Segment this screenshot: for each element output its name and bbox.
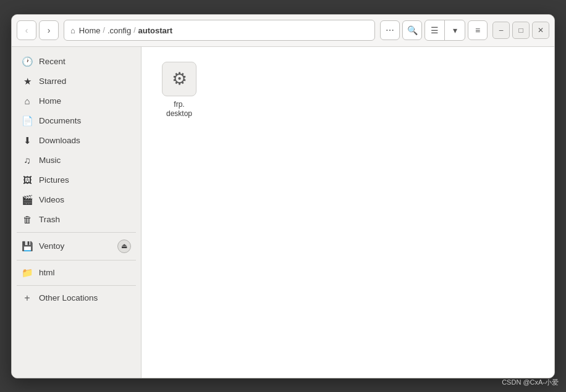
documents-icon: 📄 bbox=[22, 115, 33, 127]
close-icon: ✕ bbox=[538, 26, 544, 35]
starred-icon: ★ bbox=[22, 76, 33, 87]
close-button[interactable]: ✕ bbox=[532, 22, 549, 39]
pictures-icon: 🖼 bbox=[22, 175, 33, 186]
sidebar-item-ventoy[interactable]: 💾 Ventoy ⏏ bbox=[12, 235, 141, 257]
minimize-icon: – bbox=[499, 26, 504, 35]
sidebar-item-recent[interactable]: 🕐 Recent bbox=[12, 52, 141, 72]
sidebar-item-downloads[interactable]: ⬇ Downloads bbox=[12, 131, 141, 151]
sidebar-item-music[interactable]: ♫ Music bbox=[12, 151, 141, 170]
sidebar-divider-1 bbox=[17, 232, 136, 233]
view-toggle-group: ☰ ▾ bbox=[425, 20, 465, 41]
forward-icon: › bbox=[48, 25, 51, 35]
sidebar-label-pictures: Pictures bbox=[39, 175, 131, 185]
file-icon-frp: ⚙ bbox=[162, 62, 196, 96]
sidebar-item-trash[interactable]: 🗑 Trash bbox=[12, 210, 141, 230]
grid-view-button[interactable]: ≡ bbox=[468, 20, 488, 40]
dropdown-arrow-icon: ▾ bbox=[453, 25, 457, 35]
breadcrumb-autostart[interactable]: autostart bbox=[138, 26, 173, 35]
watermark: CSDN @CxA-小爱 bbox=[502, 378, 559, 387]
view-dropdown-button[interactable]: ▾ bbox=[445, 20, 465, 40]
sidebar-item-other-locations[interactable]: + Other Locations bbox=[12, 288, 141, 308]
sidebar-item-home[interactable]: ⌂ Home bbox=[12, 91, 141, 111]
sidebar-label-other-locations: Other Locations bbox=[39, 293, 131, 302]
maximize-button[interactable]: □ bbox=[512, 22, 530, 39]
drive-icon: 💾 bbox=[22, 241, 33, 252]
file-name-frp: frp.desktop bbox=[166, 100, 192, 119]
music-icon: ♫ bbox=[22, 155, 33, 166]
back-button[interactable]: ‹ bbox=[17, 20, 36, 40]
main-content: ⚙ frp.desktop bbox=[142, 47, 554, 378]
trash-icon: 🗑 bbox=[22, 214, 33, 225]
eject-button[interactable]: ⏏ bbox=[117, 240, 131, 253]
recent-icon: 🕐 bbox=[22, 56, 33, 67]
sidebar: 🕐 Recent ★ Starred ⌂ Home 📄 Documents ⬇ … bbox=[12, 47, 142, 378]
sidebar-label-videos: Videos bbox=[39, 195, 131, 204]
sidebar-item-pictures[interactable]: 🖼 Pictures bbox=[12, 170, 141, 190]
file-manager-window: ‹ › ⌂ Home / .config / autostart ⋯ 🔍 ☰ bbox=[11, 14, 555, 378]
sidebar-label-trash: Trash bbox=[39, 215, 131, 224]
back-icon: ‹ bbox=[25, 25, 28, 35]
forward-button[interactable]: › bbox=[39, 20, 59, 40]
breadcrumb[interactable]: ⌂ Home / .config / autostart bbox=[64, 20, 375, 41]
file-item-frp-desktop[interactable]: ⚙ frp.desktop bbox=[151, 57, 207, 124]
sidebar-label-downloads: Downloads bbox=[39, 136, 131, 145]
sidebar-label-html: html bbox=[39, 268, 131, 277]
home-icon: ⌂ bbox=[70, 26, 75, 35]
breadcrumb-config[interactable]: .config bbox=[108, 26, 131, 35]
content-area: 🕐 Recent ★ Starred ⌂ Home 📄 Documents ⬇ … bbox=[12, 47, 554, 378]
minimize-button[interactable]: – bbox=[492, 22, 510, 39]
sidebar-item-starred[interactable]: ★ Starred bbox=[12, 72, 141, 91]
menu-icon: ⋯ bbox=[386, 25, 394, 35]
add-icon: + bbox=[22, 293, 33, 304]
sidebar-label-music: Music bbox=[39, 156, 131, 165]
home-sidebar-icon: ⌂ bbox=[22, 96, 33, 107]
gear-icon: ⚙ bbox=[172, 69, 187, 89]
sidebar-label-home: Home bbox=[39, 96, 131, 106]
window-controls: – □ ✕ bbox=[492, 22, 549, 39]
list-view-icon: ☰ bbox=[431, 25, 439, 35]
breadcrumb-sep2: / bbox=[133, 26, 135, 35]
search-icon: 🔍 bbox=[407, 25, 418, 35]
breadcrumb-sep1: / bbox=[103, 26, 105, 35]
sidebar-label-recent: Recent bbox=[39, 57, 131, 66]
sidebar-item-videos[interactable]: 🎬 Videos bbox=[12, 190, 141, 210]
sidebar-label-starred: Starred bbox=[39, 77, 131, 86]
grid-view-icon: ≡ bbox=[475, 25, 480, 35]
sidebar-item-documents[interactable]: 📄 Documents bbox=[12, 111, 141, 131]
folder-icon: 📁 bbox=[22, 267, 33, 278]
list-view-button[interactable]: ☰ bbox=[425, 20, 445, 40]
sidebar-label-documents: Documents bbox=[39, 116, 131, 125]
sidebar-label-ventoy: Ventoy bbox=[39, 241, 111, 251]
downloads-icon: ⬇ bbox=[22, 135, 33, 146]
sidebar-item-html[interactable]: 📁 html bbox=[12, 263, 141, 283]
maximize-icon: □ bbox=[518, 26, 523, 35]
menu-button[interactable]: ⋯ bbox=[380, 20, 400, 40]
titlebar: ‹ › ⌂ Home / .config / autostart ⋯ 🔍 ☰ bbox=[12, 15, 554, 47]
search-button[interactable]: 🔍 bbox=[402, 20, 422, 40]
sidebar-divider-2 bbox=[17, 260, 136, 261]
videos-icon: 🎬 bbox=[22, 194, 33, 206]
toolbar-right: ⋯ 🔍 ☰ ▾ ≡ bbox=[380, 20, 488, 41]
sidebar-divider-3 bbox=[17, 285, 136, 286]
breadcrumb-home[interactable]: Home bbox=[79, 26, 101, 35]
